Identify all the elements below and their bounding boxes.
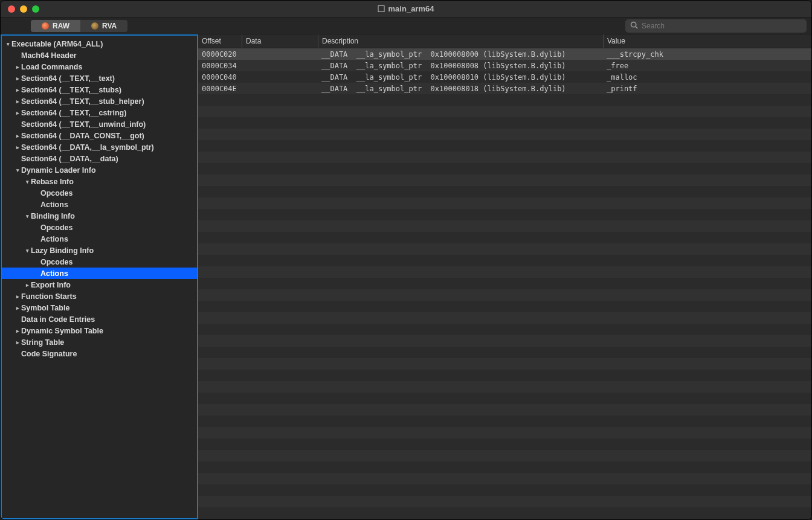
tree-item[interactable]: ▸Export Info	[2, 279, 197, 290]
tree-item-label: Export Info	[31, 281, 71, 289]
tab-rva[interactable]: RVA	[80, 20, 127, 32]
chevron-down-icon[interactable]: ▾	[24, 248, 31, 254]
tree-item[interactable]: Opcodes	[2, 256, 197, 268]
chevron-right-icon[interactable]: ▸	[14, 98, 21, 104]
search-box[interactable]	[625, 19, 807, 33]
tree-item[interactable]: Code Signature	[2, 348, 197, 359]
cell-value: ___strcpy_chk	[603, 50, 811, 59]
cell-offset: 0000C04E	[198, 85, 242, 93]
tree-item[interactable]: Section64 (__TEXT,__unwind_info)	[2, 118, 197, 130]
tree-item-label: Section64 (__DATA,__data)	[21, 155, 118, 163]
tree-item[interactable]: ▸Function Starts	[2, 290, 197, 302]
table-body[interactable]: 0000C020__DATA __la_symbol_ptr 0x1000080…	[198, 48, 811, 519]
tree-item[interactable]: ▸Section64 (__TEXT,__stubs)	[2, 84, 197, 95]
chevron-right-icon[interactable]: ▸	[24, 282, 31, 288]
tree-item[interactable]: Section64 (__DATA,__data)	[2, 153, 197, 164]
tree-item-label: Actions	[40, 269, 68, 278]
chevron-down-icon[interactable]: ▾	[24, 179, 31, 185]
chevron-right-icon[interactable]: ▸	[14, 144, 21, 150]
cell-offset: 0000C040	[198, 73, 242, 82]
table-row[interactable]: 0000C034__DATA __la_symbol_ptr 0x1000080…	[198, 60, 811, 71]
tree-item[interactable]: ▸Section64 (__TEXT,__stub_helper)	[2, 95, 197, 107]
chevron-down-icon[interactable]: ▾	[24, 213, 31, 219]
tree-item[interactable]: ▾Executable (ARM64_ALL)	[2, 38, 197, 50]
chevron-right-icon[interactable]: ▸	[14, 75, 21, 82]
cell-description: __DATA __la_symbol_ptr 0x100008018 (libS…	[318, 85, 603, 93]
col-header-description[interactable]: Description	[318, 34, 603, 48]
tree-item[interactable]: ▾Binding Info	[2, 210, 197, 222]
tree-item[interactable]: ▾Lazy Binding Info	[2, 245, 197, 256]
tab-rva-label: RVA	[102, 22, 117, 30]
tree-item-label: Section64 (__DATA_CONST,__got)	[21, 132, 144, 140]
cell-description: __DATA __la_symbol_ptr 0x100008000 (libS…	[318, 50, 603, 59]
tree-item[interactable]: ▸Section64 (__TEXT,__cstring)	[2, 107, 197, 118]
tree-item[interactable]: ▸Section64 (__DATA_CONST,__got)	[2, 130, 197, 141]
cell-value: _malloc	[603, 73, 811, 82]
cell-description: __DATA __la_symbol_ptr 0x100008008 (libS…	[318, 62, 603, 70]
tree-item-label: Section64 (__TEXT,__cstring)	[21, 109, 126, 117]
tree-item-label: Dynamic Symbol Table	[21, 327, 103, 335]
chevron-right-icon[interactable]: ▸	[14, 339, 21, 345]
table-row[interactable]: 0000C020__DATA __la_symbol_ptr 0x1000080…	[198, 48, 811, 60]
col-header-offset[interactable]: Offset	[198, 34, 242, 48]
toolbar: RAW RVA	[1, 18, 811, 34]
chevron-right-icon[interactable]: ▸	[14, 294, 21, 300]
sidebar-tree[interactable]: ▾Executable (ARM64_ALL)Mach64 Header▸Loa…	[1, 34, 198, 519]
tab-raw[interactable]: RAW	[31, 20, 80, 32]
chevron-right-icon[interactable]: ▸	[14, 87, 21, 93]
minimize-icon[interactable]	[20, 5, 27, 13]
chevron-right-icon[interactable]: ▸	[14, 305, 21, 311]
search-input[interactable]	[642, 22, 802, 30]
chevron-right-icon[interactable]: ▸	[14, 133, 21, 139]
tree-item-label: Function Starts	[21, 292, 77, 301]
raw-icon	[42, 22, 49, 30]
cell-description: __DATA __la_symbol_ptr 0x100008010 (libS…	[318, 73, 603, 82]
tree-item[interactable]: Opcodes	[2, 222, 197, 233]
tree-item[interactable]: Actions	[2, 233, 197, 245]
chevron-down-icon[interactable]: ▾	[14, 167, 21, 173]
tree-item-label: Opcodes	[40, 258, 73, 266]
tree-item[interactable]: ▾Rebase Info	[2, 176, 197, 187]
tree-item[interactable]: Mach64 Header	[2, 50, 197, 61]
tree-item-label: Section64 (__TEXT,__text)	[21, 74, 115, 83]
tree-item-label: Rebase Info	[31, 178, 74, 186]
tree-item[interactable]: Data in Code Entries	[2, 313, 197, 325]
cell-value: _printf	[603, 85, 811, 93]
tree-item-label: Data in Code Entries	[21, 315, 95, 324]
tree-item[interactable]: ▸Load Commands	[2, 61, 197, 72]
tree-item[interactable]: ▸String Table	[2, 336, 197, 348]
window-controls	[8, 5, 39, 13]
col-header-value[interactable]: Value	[603, 34, 811, 48]
close-icon[interactable]	[8, 5, 15, 13]
tree-item-label: Binding Info	[31, 212, 75, 220]
tree-item[interactable]: ▸Symbol Table	[2, 302, 197, 313]
tree-item[interactable]: ▾Dynamic Loader Info	[2, 164, 197, 176]
tree-item-label: Dynamic Loader Info	[21, 166, 96, 175]
tree-item[interactable]: Actions	[2, 199, 197, 210]
cell-offset: 0000C034	[198, 62, 242, 70]
window-title-text: main_arm64	[388, 4, 434, 13]
chevron-right-icon[interactable]: ▸	[14, 328, 21, 334]
tree-item-label: Symbol Table	[21, 304, 69, 312]
tree-item[interactable]: ▸Dynamic Symbol Table	[2, 325, 197, 336]
tree-item[interactable]: Actions	[2, 268, 197, 279]
tree-item-label: Opcodes	[40, 223, 73, 232]
svg-point-0	[631, 22, 636, 27]
document-icon	[378, 5, 385, 12]
tree-item[interactable]: ▸Section64 (__TEXT,__text)	[2, 72, 197, 84]
tree-item[interactable]: Opcodes	[2, 187, 197, 199]
tree-item-label: String Table	[21, 338, 64, 347]
col-header-data[interactable]: Data	[242, 34, 318, 48]
tree-item[interactable]: ▸Section64 (__DATA,__la_symbol_ptr)	[2, 141, 197, 153]
table-row[interactable]: 0000C040__DATA __la_symbol_ptr 0x1000080…	[198, 71, 811, 83]
table-row[interactable]: 0000C04E__DATA __la_symbol_ptr 0x1000080…	[198, 83, 811, 94]
chevron-down-icon[interactable]: ▾	[4, 41, 11, 47]
zoom-icon[interactable]	[32, 5, 39, 13]
tree-item-label: Actions	[40, 235, 68, 243]
main-panel: Offset Data Description Value 0000C020__…	[198, 34, 811, 519]
app-window: main_arm64 RAW RVA ▾Executable (ARM64_AL…	[0, 0, 812, 520]
tree-item-label: Section64 (__DATA,__la_symbol_ptr)	[21, 143, 154, 152]
table-header: Offset Data Description Value	[198, 34, 811, 48]
chevron-right-icon[interactable]: ▸	[14, 110, 21, 116]
chevron-right-icon[interactable]: ▸	[14, 64, 21, 70]
